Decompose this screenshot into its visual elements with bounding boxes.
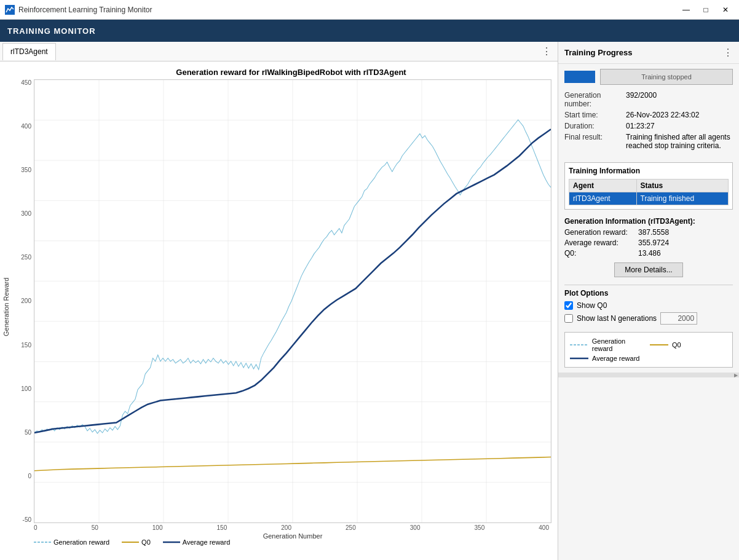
minimize-button[interactable]: — bbox=[678, 4, 695, 16]
y-ticks-and-plot: 450 400 350 300 250 200 150 100 50 0 -50 bbox=[12, 79, 551, 523]
legend-section: Generation reward Q0 Average reward bbox=[564, 332, 733, 368]
tab-menu-button[interactable]: ⋮ bbox=[538, 45, 555, 57]
close-button[interactable]: ✕ bbox=[717, 4, 734, 16]
q0-value: 13.486 bbox=[638, 249, 661, 258]
toolbar: TRAINING MONITOR bbox=[0, 20, 739, 42]
plot-options-title: Plot Options bbox=[564, 285, 733, 298]
duration-row: Duration: 01:23:27 bbox=[564, 122, 733, 130]
title-bar: Reinforcement Learning Training Monitor … bbox=[0, 0, 739, 20]
plot-area bbox=[34, 79, 551, 523]
q0-swatch bbox=[650, 341, 668, 349]
q0-row: Q0: 13.486 bbox=[564, 249, 733, 258]
n-generations-input[interactable]: 2000 bbox=[660, 312, 697, 325]
agent-table: Agent Status rlTD3Agent Training finishe… bbox=[569, 179, 729, 205]
agent-status-cell: Training finished bbox=[636, 192, 729, 205]
duration-value: 01:23:27 bbox=[626, 122, 733, 130]
status-col-header: Status bbox=[636, 179, 729, 192]
progress-bar bbox=[564, 71, 595, 83]
legend-q0: Q0 bbox=[122, 538, 151, 546]
q0-legend-icon bbox=[122, 539, 139, 545]
legend-grid: Generation reward Q0 Average reward bbox=[570, 337, 727, 362]
training-progress-header: Training Progress ⋮ bbox=[558, 42, 739, 64]
tab-rltd3agent[interactable]: rlTD3Agent bbox=[2, 43, 56, 60]
toolbar-title: TRAINING MONITOR bbox=[7, 26, 96, 36]
legend-entry-avg-reward: Average reward bbox=[570, 355, 647, 362]
avg-reward-swatch bbox=[570, 355, 588, 362]
more-details-button[interactable]: More Details... bbox=[614, 262, 682, 277]
agent-row[interactable]: rlTD3Agent Training finished bbox=[569, 192, 729, 205]
generation-number-row: Generation number: 392/2000 bbox=[564, 91, 733, 108]
gen-reward-legend-icon bbox=[34, 539, 51, 545]
legend-entry-q0: Q0 bbox=[650, 337, 727, 352]
app-title: Reinforcement Learning Training Monitor bbox=[18, 6, 678, 14]
agent-col-header: Agent bbox=[569, 179, 637, 192]
legend-avg-reward-text: Average reward bbox=[592, 355, 639, 362]
scroll-indicator: ▶ bbox=[558, 373, 739, 377]
show-q0-row: Show Q0 bbox=[564, 301, 733, 310]
tab-bar: rlTD3Agent ⋮ bbox=[0, 42, 558, 61]
maximize-button[interactable]: □ bbox=[697, 4, 714, 16]
avg-reward-value: 355.9724 bbox=[638, 239, 669, 247]
x-ticks: 0 50 100 150 200 250 300 350 400 bbox=[12, 524, 551, 531]
show-q0-label: Show Q0 bbox=[577, 301, 607, 310]
window-controls: — □ ✕ bbox=[678, 4, 734, 16]
agent-name-cell: rlTD3Agent bbox=[569, 192, 637, 205]
duration-label: Duration: bbox=[564, 122, 626, 130]
chart-area: Generation Reward 450 400 350 300 250 20… bbox=[0, 79, 551, 535]
final-result-row: Final result: Training finished after al… bbox=[564, 133, 733, 150]
chart-with-axes: 450 400 350 300 250 200 150 100 50 0 -50 bbox=[12, 79, 551, 535]
right-panel: Training Progress ⋮ Training stopped Gen… bbox=[558, 42, 739, 560]
start-time-value: 26-Nov-2023 22:43:02 bbox=[626, 111, 733, 119]
training-info-box: Training Information Agent Status rlTD3A… bbox=[564, 162, 733, 210]
gen-reward-swatch bbox=[570, 341, 588, 349]
gen-reward-label: Generation reward: bbox=[564, 228, 638, 237]
y-axis-label: Generation Reward bbox=[0, 79, 12, 535]
legend-q0-text: Q0 bbox=[672, 341, 681, 349]
legend-avg-reward: Average reward bbox=[163, 538, 230, 546]
main-area: rlTD3Agent ⋮ Generation reward for rlWal… bbox=[0, 42, 739, 560]
gen-reward-value: 387.5558 bbox=[638, 228, 669, 237]
panel-menu-button[interactable]: ⋮ bbox=[723, 47, 733, 58]
avg-reward-legend-icon bbox=[163, 539, 180, 545]
chart-container: Generation reward for rlWalkingBipedRobo… bbox=[0, 61, 558, 560]
gen-reward-row: Generation reward: 387.5558 bbox=[564, 228, 733, 237]
scroll-right-arrow: ▶ bbox=[734, 373, 738, 378]
chart-panel: rlTD3Agent ⋮ Generation reward for rlWal… bbox=[0, 42, 558, 560]
gen-info-title: Generation Information (rlTD3Agent): bbox=[564, 217, 733, 226]
start-time-row: Start time: 26-Nov-2023 22:43:02 bbox=[564, 111, 733, 119]
training-progress-content: Training stopped Generation number: 392/… bbox=[558, 64, 739, 157]
start-time-label: Start time: bbox=[564, 111, 626, 119]
avg-reward-row: Average reward: 355.9724 bbox=[564, 239, 733, 247]
show-last-n-checkbox[interactable] bbox=[564, 314, 573, 323]
progress-bar-area: Training stopped bbox=[564, 69, 733, 85]
generation-number-value: 392/2000 bbox=[626, 91, 733, 108]
legend-gen-reward: Generation reward bbox=[34, 538, 109, 546]
chart-title: Generation reward for rlWalkingBipedRobo… bbox=[0, 68, 551, 77]
chart-svg bbox=[34, 80, 551, 523]
generation-number-label: Generation number: bbox=[564, 91, 626, 108]
training-info-title: Training Information bbox=[569, 167, 729, 175]
training-progress-title: Training Progress bbox=[564, 48, 633, 57]
training-stopped-button[interactable]: Training stopped bbox=[600, 69, 733, 85]
gen-info-section: Generation Information (rlTD3Agent): Gen… bbox=[564, 217, 733, 282]
final-result-label: Final result: bbox=[564, 133, 626, 150]
show-last-n-row: Show last N generations 2000 bbox=[564, 312, 733, 325]
q0-label: Q0: bbox=[564, 249, 638, 258]
avg-reward-label: Average reward: bbox=[564, 239, 638, 247]
show-last-n-label: Show last N generations bbox=[577, 314, 657, 323]
final-result-value: Training finished after all agents reach… bbox=[626, 133, 733, 150]
app-icon bbox=[5, 5, 15, 15]
plot-options-section: Plot Options Show Q0 Show last N generat… bbox=[564, 285, 733, 327]
legend-entry-gen-reward: Generation reward bbox=[570, 337, 647, 352]
legend-gen-reward-text: Generation reward bbox=[592, 337, 647, 352]
y-ticks: 450 400 350 300 250 200 150 100 50 0 -50 bbox=[12, 79, 34, 523]
show-q0-checkbox[interactable] bbox=[564, 301, 573, 310]
